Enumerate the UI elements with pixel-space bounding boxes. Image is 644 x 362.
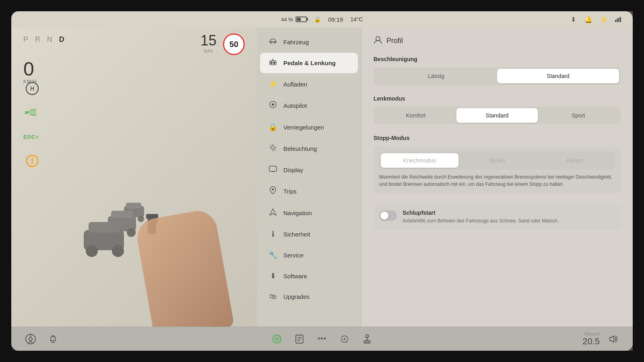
svg-point-19: [127, 228, 136, 237]
svg-line-54: [29, 341, 31, 343]
seat-heat-icon[interactable]: [46, 332, 60, 346]
climate-display: Manuell 20.5: [582, 331, 600, 347]
hold-icon: H: [23, 80, 41, 97]
lock-icon: 🔒: [314, 16, 321, 23]
menu-label-display: Display: [283, 167, 303, 173]
beschleunigung-standard[interactable]: Standard: [497, 69, 619, 83]
schlupfstart-toggle[interactable]: [379, 210, 397, 221]
download-status-icon[interactable]: ⬇: [568, 14, 579, 25]
stopp-modus-title: Stopp-Modus: [374, 135, 621, 141]
menu-item-beleuchtung[interactable]: Beleuchtung: [260, 138, 358, 159]
music-icon[interactable]: [270, 332, 284, 346]
display-icon: [268, 166, 278, 174]
time-display: 09:19: [328, 16, 343, 23]
volume-icon[interactable]: [606, 332, 621, 346]
svg-point-69: [365, 341, 367, 342]
main-content: P R N D 15 MAX 50 0 KM/H: [11, 27, 633, 327]
svg-rect-7: [25, 113, 28, 114]
signal-icon: [613, 14, 625, 25]
ambient-temp: 14°C: [350, 16, 363, 23]
menu-label-software: Software: [283, 273, 307, 280]
beschleunigung-title: Beschleunigung: [374, 56, 621, 62]
menu-label-upgrades: Upgrades: [283, 293, 310, 300]
battery-icon: [295, 16, 307, 22]
settings-menu: Fahrzeug Pedale & Lenkung ⚡ Aufladen: [257, 27, 361, 327]
current-speed-value: 0: [23, 60, 37, 79]
menu-label-navigation: Navigation: [283, 210, 312, 216]
svg-text:H: H: [30, 85, 34, 92]
menu-label-autopilot: Autopilot: [283, 102, 307, 109]
menu-item-autopilot[interactable]: Autopilot: [260, 95, 358, 116]
menu-label-service: Service: [283, 252, 303, 259]
svg-rect-3: [620, 17, 621, 22]
pedale-icon: [268, 58, 278, 68]
headlights-icon: [23, 104, 41, 121]
gear-n: N: [47, 35, 59, 43]
stopp-kriechmodus[interactable]: Kriechmodus: [381, 153, 458, 168]
svg-point-38: [271, 146, 275, 149]
beschleunigung-lassig[interactable]: Lässig: [375, 69, 497, 83]
settings-panel: Profil Beschleunigung Lässig Standard Le…: [361, 27, 633, 327]
lenkmodus-komfort[interactable]: Komfort: [375, 108, 456, 123]
notification-bell-icon[interactable]: 🔔: [583, 14, 594, 25]
schlupfstart-description: Anfahrhilfe zum Befreien des Fahrzeugs a…: [402, 218, 559, 224]
menu-item-trips[interactable]: Trips: [260, 181, 358, 202]
speed-max-label: MAX: [200, 49, 217, 53]
speed-limit-circle: 50: [223, 33, 245, 55]
manual-label: Manuell: [582, 331, 600, 336]
svg-point-15: [138, 216, 144, 222]
schlupfstart-row: Schlupfstart Anfahrhilfe zum Befreien de…: [374, 204, 621, 230]
profile-header: Profil: [374, 35, 621, 46]
menu-item-display[interactable]: Display: [260, 160, 358, 180]
svg-point-70: [368, 341, 369, 342]
menu-item-verriegelungen[interactable]: 🔒 Verriegelungen: [260, 117, 358, 137]
software-icon: ⬇: [268, 272, 278, 280]
lenkmodus-title: Lenkmodus: [374, 95, 621, 102]
svg-rect-6: [25, 111, 30, 113]
verriegelungen-icon: 🔒: [268, 123, 278, 132]
stopp-modus-options: Kriechmodus Rollen Halten: [379, 152, 615, 169]
navigation-icon: [268, 208, 278, 218]
speed-display: 15 MAX: [200, 33, 217, 53]
gear-d: D: [59, 35, 67, 43]
menu-label-pedale: Pedale & Lenkung: [283, 60, 336, 66]
svg-rect-13: [126, 203, 141, 208]
menu-label-aufladen: Aufladen: [283, 81, 307, 88]
menu-label-trips: Trips: [283, 188, 297, 195]
joystick-icon[interactable]: [360, 332, 374, 346]
svg-rect-17: [111, 211, 133, 218]
notes-icon[interactable]: [292, 332, 307, 346]
games-icon[interactable]: [337, 332, 352, 346]
profile-title: Profil: [386, 37, 403, 45]
climate-temp: 20.5: [582, 336, 600, 347]
menu-label-fahrzeug: Fahrzeug: [283, 39, 309, 45]
trips-icon: [268, 186, 278, 196]
lenkmodus-standard[interactable]: Standard: [456, 108, 538, 123]
menu-item-pedale[interactable]: Pedale & Lenkung: [260, 53, 358, 73]
menu-item-aufladen[interactable]: ⚡ Aufladen: [260, 74, 358, 94]
toggle-knob: [380, 212, 388, 220]
menu-item-sicherheit[interactable]: ℹ Sicherheit: [260, 224, 358, 244]
lenkmodus-sport[interactable]: Sport: [538, 108, 619, 123]
beschleunigung-section: Beschleunigung Lässig Standard: [374, 56, 621, 85]
taskbar-center: •••: [270, 332, 374, 346]
profile-icon: [374, 35, 382, 46]
svg-rect-11: [32, 158, 33, 162]
menu-item-service[interactable]: 🔧 Service: [260, 245, 358, 265]
svg-point-52: [29, 337, 32, 341]
stopp-rollen[interactable]: Rollen: [458, 153, 536, 168]
menu-item-software[interactable]: ⬇ Software: [260, 266, 358, 286]
menu-label-sicherheit: Sicherheit: [283, 231, 310, 238]
svg-point-23: [112, 245, 124, 257]
menu-item-fahrzeug[interactable]: Fahrzeug: [260, 32, 358, 52]
gear-p: P: [23, 35, 35, 43]
menu-item-upgrades[interactable]: 🛍 Upgrades: [260, 287, 358, 306]
menu-item-navigation[interactable]: Navigation: [260, 203, 358, 223]
stopp-halten[interactable]: Halten: [536, 153, 613, 168]
bluetooth-icon[interactable]: ⚡: [598, 14, 609, 25]
stopp-description: Maximiert die Reichweite durch Erweiteru…: [379, 173, 615, 188]
svg-rect-2: [618, 18, 619, 22]
more-apps-icon[interactable]: •••: [315, 332, 329, 346]
steering-wheel-icon[interactable]: [23, 332, 38, 346]
svg-rect-0: [615, 20, 616, 22]
